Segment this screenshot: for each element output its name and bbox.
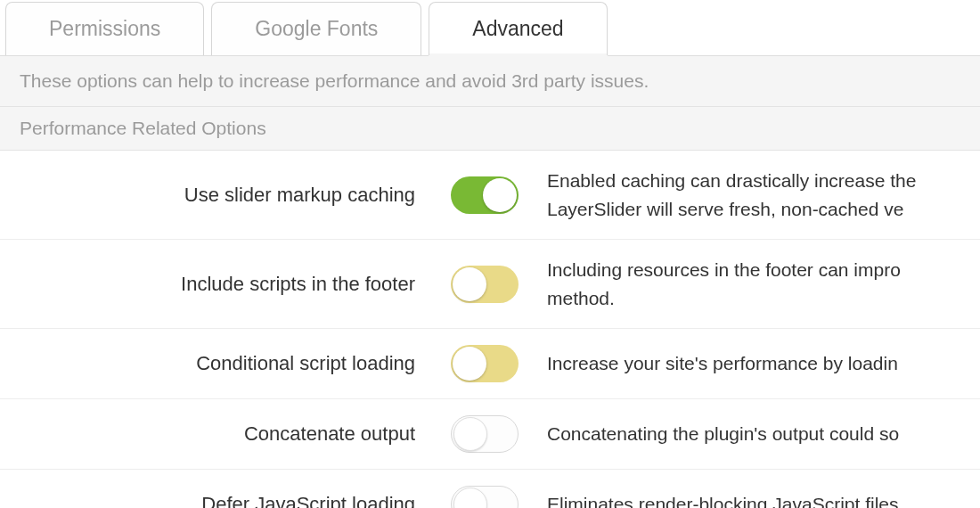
tab-description: These options can help to increase perfo… <box>0 55 980 107</box>
option-desc: Eliminates render-blocking JavaScript fi… <box>524 490 980 508</box>
option-row-caching: Use slider markup caching Enabled cachin… <box>0 151 980 240</box>
option-row-defer-js: Defer JavaScript loading Eliminates rend… <box>0 470 980 508</box>
toggle-defer-js[interactable] <box>451 486 519 508</box>
option-label: Include scripts in the footer <box>0 273 435 296</box>
tab-google-fonts[interactable]: Google Fonts <box>211 2 421 55</box>
tab-advanced[interactable]: Advanced <box>429 2 607 55</box>
option-desc: Including resources in the footer can im… <box>524 256 980 312</box>
option-desc: Increase your site's performance by load… <box>524 349 980 378</box>
option-label: Use slider markup caching <box>0 184 435 207</box>
toggle-caching[interactable] <box>451 176 519 214</box>
toggle-conditional-loading[interactable] <box>451 345 519 382</box>
option-desc: Enabled caching can drastically increase… <box>524 167 980 223</box>
option-label: Concatenate output <box>0 422 435 446</box>
option-desc: Concatenating the plugin's output could … <box>524 420 980 448</box>
option-row-concatenate: Concatenate output Concatenating the plu… <box>0 399 980 470</box>
tab-bar: Permissions Google Fonts Advanced <box>0 0 980 55</box>
option-label: Defer JavaScript loading <box>0 493 435 508</box>
section-header: Performance Related Options <box>0 107 980 151</box>
option-row-conditional-loading: Conditional script loading Increase your… <box>0 329 980 399</box>
tab-permissions[interactable]: Permissions <box>5 2 204 55</box>
toggle-footer-scripts[interactable] <box>451 266 519 303</box>
toggle-concatenate[interactable] <box>451 415 519 453</box>
option-row-footer-scripts: Include scripts in the footer Including … <box>0 240 980 329</box>
option-label: Conditional script loading <box>0 352 435 375</box>
